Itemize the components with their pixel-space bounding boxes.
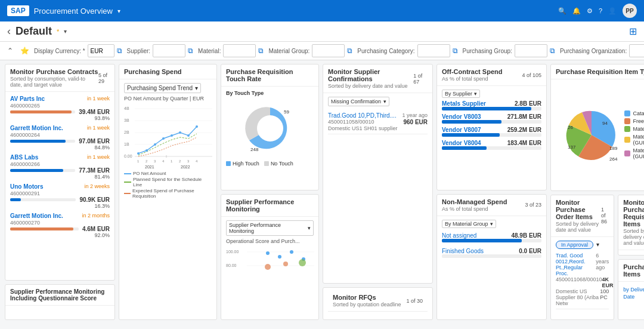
svg-text:59: 59 [284, 109, 289, 115]
material-group-input[interactable] [312, 44, 345, 57]
col3: Purchase Requisition Touch Rate By Touch… [221, 64, 319, 320]
donut-chart: 59 248 [237, 99, 303, 158]
purchasing-category-label: Purchasing Category: [357, 48, 414, 54]
monitor-po-items-subtitle: Sorted by delivery date and value [556, 221, 601, 233]
display-currency-copy-icon[interactable]: ⧉ [117, 47, 122, 55]
purchasing-group-label: Purchasing Group: [463, 48, 512, 54]
supplier-confirmations-badge: 1 of 67 [413, 73, 428, 85]
avatar[interactable]: PP [623, 4, 637, 18]
contract-name[interactable]: AV Parts Inc [10, 96, 45, 102]
svg-text:26: 26 [568, 125, 573, 130]
purchase-order-items-body: by Delivery Schedule Date [618, 282, 644, 319]
svg-text:80.00: 80.00 [226, 263, 237, 267]
by-material-group-dropdown[interactable]: By Material Group ▾ [442, 220, 496, 228]
non-managed-header: Non-Managed Spend As % of total spend 3 … [437, 195, 546, 216]
non-managed-body: By Material Group ▾ Not assigned 48.9B E… [437, 216, 546, 320]
user-icon[interactable]: 👤 [608, 7, 617, 15]
contract-name[interactable]: Uno Motors [10, 183, 44, 190]
filter-collapse-icon[interactable]: ⌃ [7, 47, 13, 55]
purchasing-category-input[interactable] [417, 44, 450, 57]
legend-material-gui-color [624, 137, 630, 143]
contract-timing: in 1 week [87, 96, 110, 102]
purchasing-category-copy-icon[interactable]: ⧉ [453, 47, 458, 55]
non-managed-items: Not assigned 48.9B EUR Finished Goods 0.… [442, 230, 541, 262]
svg-text:0.00: 0.00 [124, 154, 132, 158]
purchase-order-items-panel: Purchase Order Items by Delivery Schedul… [618, 259, 644, 320]
monitor-contracts-title: Monitor Purchase Contracts [10, 68, 98, 75]
purchasing-group-input[interactable] [515, 44, 547, 57]
in-approval-badge[interactable]: In Approval [556, 241, 593, 249]
notification-icon[interactable]: 🔔 [572, 7, 581, 15]
monitor-pr-items-header: Monitor Purchase Requisition Items Sorte… [618, 195, 644, 250]
monitor-rfqs-title: Monitor RFQs [333, 294, 401, 301]
svg-text:94: 94 [602, 121, 608, 126]
legend-po-net-label: PO Net Amount [133, 171, 166, 176]
page-title-chevron[interactable]: ▾ [64, 28, 67, 35]
purchasing-spend-dropdown-chevron: ▾ [195, 85, 198, 91]
contract-name[interactable]: Garrett Motion Inc. [10, 125, 63, 131]
confirmation-item-name[interactable]: Trad.Good 10,PD,Third.... [328, 112, 397, 119]
missing-confirmation-label: Missing Confirmation [331, 99, 381, 104]
svg-point-42 [283, 262, 288, 266]
material-group-copy-icon[interactable]: ⧉ [347, 47, 352, 55]
contract-amount: 97.0M EUR [79, 138, 110, 144]
off-contract-items: Metals Supplier 2.8B EUR Vendor V8003 27… [442, 100, 541, 150]
spend-name[interactable]: Vendor V8007 [442, 127, 481, 133]
monitor-pr-items-subtitle: Sorted by delivery date and value [623, 228, 644, 246]
purchasing-spend-dropdown[interactable]: Purchasing Spend Trend ▾ [124, 83, 201, 93]
contract-name[interactable]: ABS Labs [10, 154, 38, 161]
supplier-input[interactable] [153, 44, 185, 57]
material-copy-icon[interactable]: ⧉ [258, 47, 264, 55]
filter-save-icon[interactable]: ⭐ [20, 47, 29, 55]
back-icon[interactable]: ‹ [7, 25, 11, 38]
contract-id: 4600000270 [10, 220, 110, 226]
po-item-name[interactable]: Trad. Good 0012,Reord. Pt.,Regular Proc. [556, 253, 596, 276]
external-link-icon[interactable]: ⊞ [629, 26, 637, 37]
display-currency-input[interactable] [88, 44, 114, 57]
settings-icon[interactable]: ⚙ [587, 7, 593, 15]
supplier-copy-icon[interactable]: ⧉ [188, 47, 193, 55]
purchasing-group-copy-icon[interactable]: ⧉ [550, 47, 555, 55]
non-managed-amount: 0.0 EUR [519, 248, 541, 254]
no-touch-legend: No Touch [264, 161, 293, 167]
supplier-perf-dropdown-chevron: ▾ [308, 225, 311, 231]
supplier-confirmation-item: Trad.Good 10,PD,Third.... 1 year ago 450… [328, 110, 428, 134]
spend-name[interactable]: Vendor V8004 [442, 140, 481, 146]
contract-name[interactable]: Garrett Motion Inc. [10, 213, 63, 219]
supplier-confirmations-panel: Monitor Supplier Confirmations Sorted by… [323, 64, 433, 284]
legend-material-gui2: Material Items (GUI) [624, 147, 644, 159]
purchasing-org-input[interactable] [629, 44, 644, 57]
no-touch-color [264, 161, 269, 166]
help-icon[interactable]: ? [599, 7, 602, 14]
non-managed-subtitle: As % of total spend [442, 206, 507, 212]
main-content: Monitor Purchase Contracts Sorted by con… [0, 60, 644, 324]
contract-amount: 39.4M EUR [79, 109, 110, 115]
contract-amount: 4.6M EUR [82, 226, 110, 232]
svg-text:100.00: 100.00 [226, 250, 239, 254]
purchasing-spend-panel: Purchasing Spend Purchasing Spend Trend … [119, 64, 217, 320]
non-managed-name[interactable]: Not assigned [442, 232, 476, 239]
spend-amount: 2.8B EUR [515, 100, 541, 107]
purchase-order-items-subtitle[interactable]: by Delivery Schedule Date [623, 287, 644, 300]
svg-point-24 [154, 143, 156, 146]
search-icon[interactable]: 🔍 [558, 7, 566, 15]
supplier-perf-dropdown[interactable]: Supplier Performance Monitoring ▾ [226, 220, 314, 236]
spend-name[interactable]: Metals Supplier [442, 100, 486, 107]
by-supplier-dropdown[interactable]: By Supplier ▾ [442, 90, 480, 98]
col6: Purchase Requisition Item Types [550, 64, 644, 320]
star-icon: * [57, 28, 59, 35]
pr-item-types-title: Purchase Requisition Item Types [556, 68, 644, 75]
purchasing-org-group: Purchasing Organization: ⧉ [560, 44, 644, 57]
spend-name[interactable]: Vendor V8003 [442, 113, 481, 120]
svg-text:264: 264 [609, 156, 618, 162]
monitor-contracts-body: AV Parts Inc in 1 week 4600000265 39.4M … [5, 92, 114, 280]
missing-confirmation-dropdown[interactable]: Missing Confirmation ▾ [328, 97, 389, 106]
non-managed-name[interactable]: Finished Goods [442, 248, 484, 254]
non-managed-title: Non-Managed Spend [442, 198, 507, 205]
supplier-perf-body: Supplier Performance Monitoring ▾ Operat… [221, 217, 318, 320]
material-input[interactable] [223, 44, 256, 57]
non-managed-amount: 48.9B EUR [511, 232, 541, 239]
non-managed-item: Finished Goods 0.0 EUR [442, 246, 541, 262]
app-title-chevron[interactable]: ▾ [117, 8, 120, 14]
in-approval-chevron[interactable]: ▾ [596, 241, 599, 248]
